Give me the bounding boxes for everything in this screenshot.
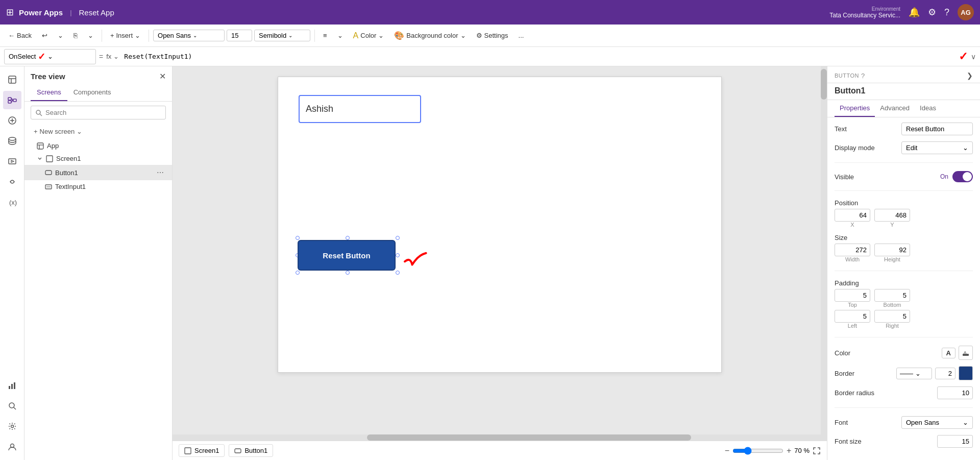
more-button[interactable]: ...	[514, 30, 528, 41]
new-screen-button[interactable]: + New screen ⌄	[31, 126, 85, 137]
sidebar-icon-account[interactable]	[3, 438, 21, 456]
settings-icon[interactable]: ⚙	[928, 7, 936, 18]
prop-padding-label: Padding	[835, 279, 880, 287]
font-selector[interactable]: Open Sans ⌄	[153, 30, 225, 41]
sidebar-icon-insert[interactable]	[3, 111, 21, 130]
sidebar-icon-home[interactable]	[3, 70, 21, 89]
prop-border-radius-input[interactable]	[937, 386, 973, 399]
copy-button[interactable]: ⎘	[69, 30, 82, 41]
prop-border-radius-label: Border radius	[835, 389, 880, 397]
screen1-tab[interactable]: Screen1	[179, 444, 225, 457]
font-size-selector[interactable]: 15	[227, 30, 252, 41]
prop-padding-left-input[interactable]	[835, 310, 870, 323]
canvas-scrollbar[interactable]	[821, 66, 827, 441]
lines-button[interactable]: ≡	[319, 30, 331, 41]
sidebar-icon-data[interactable]	[3, 132, 21, 150]
formula-expand-icon[interactable]: ∨	[971, 53, 976, 61]
tab-properties[interactable]: Properties	[835, 100, 875, 117]
sidebar-icon-search[interactable]	[3, 397, 21, 415]
undo-button[interactable]: ↩	[38, 30, 52, 41]
settings-button[interactable]: ⚙ Settings	[472, 30, 512, 41]
waffle-icon[interactable]: ⊞	[6, 7, 14, 18]
canvas-scrollbar-thumb[interactable]	[821, 69, 827, 100]
font-weight-selector[interactable]: Semibold ⌄	[254, 30, 310, 41]
prop-border-width-input[interactable]	[935, 368, 955, 379]
bg-color-button[interactable]: 🎨 Background color ⌄	[390, 29, 470, 42]
sidebar-icon-settings[interactable]	[3, 417, 21, 435]
bg-color-label: Background color	[406, 32, 458, 39]
prop-width-input[interactable]	[835, 244, 870, 256]
tab-screens[interactable]: Screens	[31, 85, 67, 101]
insert-chevron-icon: ⌄	[135, 32, 140, 39]
tree-search-input[interactable]	[45, 109, 161, 116]
prop-y-label: Y	[874, 222, 910, 228]
prop-displaymode-select[interactable]: Edit ⌄	[901, 141, 973, 154]
sel-handle-mr	[396, 253, 400, 257]
property-check: ✓	[38, 51, 45, 62]
fx-label[interactable]: fx ⌄	[106, 53, 119, 60]
prop-font-select[interactable]: Open Sans ⌄	[901, 416, 973, 429]
tree-item-button1[interactable]: Button1 ⋯	[24, 165, 172, 180]
sidebar-icon-treeview[interactable]	[3, 91, 21, 109]
formula-checkmark[interactable]: ✓	[959, 50, 968, 63]
tree-item-app[interactable]: App	[24, 139, 172, 152]
button1-tab[interactable]: Button1	[229, 444, 273, 457]
fullscreen-icon[interactable]	[813, 447, 821, 455]
zoom-slider[interactable]	[732, 447, 783, 455]
prop-color-a[interactable]: A	[942, 348, 955, 358]
sidebar-icon-variables[interactable]: (x)	[3, 193, 21, 211]
prop-padding-left-container: Left	[835, 310, 870, 329]
undo-chevron[interactable]: ⌄	[54, 30, 67, 41]
prop-border-style-select[interactable]: —— ⌄	[896, 368, 932, 379]
sidebar-icon-media[interactable]	[3, 152, 21, 171]
formula-input[interactable]	[122, 52, 955, 61]
canvas-h-scrollbar-thumb[interactable]	[367, 434, 691, 441]
tree-item-screen1[interactable]: Screen1	[24, 152, 172, 165]
prop-text-input[interactable]	[901, 123, 973, 135]
prop-fontsize-input[interactable]	[937, 435, 973, 448]
button1-more-button[interactable]: ⋯	[155, 167, 166, 178]
prop-position-label: Position	[835, 199, 880, 207]
tab-ideas[interactable]: Ideas	[915, 100, 941, 117]
tree-item-textinput1[interactable]: TextInput1	[24, 180, 172, 193]
help-icon[interactable]: ?	[944, 7, 949, 18]
settings-icon-tb: ⚙	[476, 32, 482, 39]
prop-border-color-swatch[interactable]	[959, 366, 973, 380]
property-selector[interactable]: OnSelect ✓ ⌄	[4, 49, 96, 64]
tab-advanced[interactable]: Advanced	[875, 100, 915, 117]
tab-components[interactable]: Components	[67, 85, 117, 101]
zoom-in-button[interactable]: +	[787, 446, 791, 455]
sidebar-icon-analytics[interactable]	[3, 376, 21, 395]
sel-handle-tr	[396, 236, 400, 240]
prop-padding-bottom-input[interactable]	[874, 289, 910, 302]
right-panel-expand-icon[interactable]: ❯	[967, 71, 973, 80]
insert-button[interactable]: + Insert ⌄	[106, 30, 144, 41]
search-icon	[35, 109, 42, 116]
back-icon: ←	[8, 32, 15, 39]
prop-displaymode-label: Display mode	[835, 144, 880, 152]
lines-chevron[interactable]: ⌄	[333, 30, 347, 41]
canvas-textinput-value: Ashish	[306, 104, 333, 114]
notification-icon[interactable]: 🔔	[909, 7, 920, 18]
sidebar-icon-connectors[interactable]	[3, 173, 21, 191]
copy-chevron[interactable]: ⌄	[84, 30, 97, 41]
prop-size-label-row: Size	[835, 234, 973, 241]
back-button[interactable]: ← Back	[4, 30, 36, 41]
avatar[interactable]: AG	[958, 4, 974, 20]
prop-padding-right-input[interactable]	[874, 310, 910, 323]
prop-padding-top-input[interactable]	[835, 289, 870, 302]
prop-height-input[interactable]	[874, 244, 910, 256]
zoom-value: 70 %	[794, 447, 810, 454]
zoom-out-button[interactable]: −	[725, 446, 729, 455]
prop-x-input[interactable]	[835, 209, 870, 222]
tree-close-button[interactable]: ✕	[159, 71, 166, 81]
canvas-reset-button[interactable]: Reset Button	[298, 240, 396, 271]
prop-visible-toggle[interactable]	[952, 171, 973, 182]
prop-color-swatch[interactable]: A	[959, 346, 973, 360]
color-button[interactable]: A Color ⌄	[349, 29, 388, 42]
canvas-scroll[interactable]: Ashish	[173, 66, 827, 441]
canvas-h-scrollbar[interactable]	[173, 434, 821, 441]
prop-y-input[interactable]	[874, 209, 910, 222]
button-help-icon[interactable]: ?	[861, 72, 865, 80]
canvas-textinput[interactable]: Ashish	[299, 95, 421, 123]
